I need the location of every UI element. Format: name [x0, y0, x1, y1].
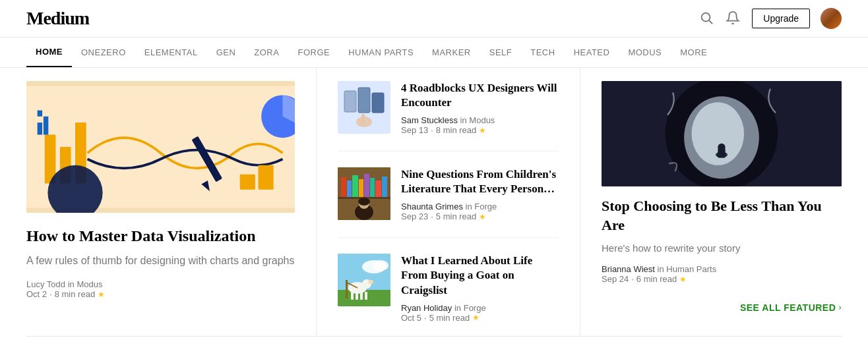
- feed-pub-3[interactable]: Forge: [464, 303, 486, 313]
- svg-point-34: [358, 198, 370, 206]
- feed-pub-1[interactable]: Modus: [469, 115, 495, 125]
- nav-item-zora[interactable]: ZORA: [245, 38, 288, 67]
- nav-item-more[interactable]: MORE: [671, 38, 716, 67]
- nav-item-onezero[interactable]: ONEZERO: [72, 38, 135, 67]
- nav-item-home[interactable]: HOME: [26, 38, 72, 67]
- feed-title-3[interactable]: What I Learned About Life From Buying a …: [401, 254, 559, 297]
- feed-star-2[interactable]: ★: [479, 212, 486, 221]
- avatar[interactable]: [821, 8, 842, 29]
- svg-rect-27: [364, 174, 369, 197]
- left-article-title[interactable]: How to Master Data Visualization: [26, 226, 295, 246]
- feed-content-3: What I Learned About Life From Buying a …: [401, 254, 559, 322]
- header: Medium Upgrade: [0, 0, 868, 38]
- right-article-title[interactable]: Stop Choosing to Be Less Than You Are: [602, 197, 842, 235]
- nav-item-gen[interactable]: GEN: [207, 38, 245, 67]
- svg-rect-54: [718, 149, 725, 158]
- feed-thumb-2: [338, 167, 390, 220]
- feed-content-2: Nine Questions From Children's Literatur…: [401, 167, 559, 221]
- feed-meta-2: Shaunta Grimes in Forge Sep 23 · 5 min r…: [401, 202, 559, 221]
- svg-rect-13: [259, 165, 274, 190]
- left-article-subtitle: A few rules of thumb for designing with …: [26, 253, 295, 269]
- hero-image[interactable]: [26, 81, 295, 213]
- svg-rect-28: [370, 178, 375, 197]
- right-star-icon[interactable]: ★: [679, 275, 687, 284]
- nav-item-tech[interactable]: TECH: [521, 38, 564, 67]
- svg-rect-43: [360, 292, 363, 300]
- right-pub[interactable]: Human Parts: [666, 264, 716, 274]
- left-column: How to Master Data Visualization A few r…: [26, 68, 317, 336]
- nav-item-modus[interactable]: MODUS: [619, 38, 671, 67]
- svg-rect-11: [38, 111, 42, 117]
- svg-rect-29: [375, 180, 381, 197]
- navigation: HOME ONEZERO ELEMENTAL GEN ZORA FORGE HU…: [0, 38, 868, 68]
- nav-item-self[interactable]: SELF: [480, 38, 522, 67]
- main-content: How to Master Data Visualization A few r…: [0, 68, 868, 336]
- feed-title-1[interactable]: 4 Roadblocks UX Designers Will Encounter: [401, 81, 559, 110]
- feed-thumb-3: [338, 254, 390, 306]
- svg-rect-14: [240, 175, 255, 190]
- feed-content-1: 4 Roadblocks UX Designers Will Encounter…: [401, 81, 559, 135]
- middle-column: 4 Roadblocks UX Designers Will Encounter…: [317, 68, 580, 336]
- bell-icon[interactable]: [726, 11, 741, 26]
- feed-star-1[interactable]: ★: [479, 126, 486, 135]
- svg-rect-42: [356, 292, 358, 300]
- svg-point-0: [702, 13, 710, 22]
- feed-author-3[interactable]: Ryan Holiday: [401, 303, 452, 313]
- feed-pub-2[interactable]: Forge: [474, 202, 497, 211]
- bookmark-star-icon[interactable]: ★: [98, 290, 105, 299]
- see-all-featured-section: SEE ALL FEATURED ›: [602, 302, 842, 313]
- bottom-divider: [26, 336, 842, 337]
- nav-item-heated[interactable]: HEATED: [565, 38, 619, 67]
- feed-meta-1: Sam Stuckless in Modus Sep 13 · 8 min re…: [401, 115, 559, 135]
- right-hero-image[interactable]: [602, 81, 842, 186]
- feed-star-3[interactable]: ★: [472, 313, 480, 322]
- upgrade-button[interactable]: Upgrade: [752, 9, 810, 28]
- svg-rect-23: [341, 177, 346, 197]
- svg-rect-20: [361, 114, 365, 125]
- see-all-featured-link[interactable]: SEE ALL FEATURED: [740, 302, 836, 313]
- left-article-meta: Oct 2 · 8 min read ★: [26, 289, 295, 299]
- svg-rect-41: [351, 292, 354, 300]
- nav-item-marker[interactable]: MARKER: [423, 38, 480, 67]
- svg-line-1: [709, 20, 712, 24]
- nav-item-human-parts[interactable]: HUMAN PARTS: [339, 38, 423, 67]
- feed-item-2[interactable]: Nine Questions From Children's Literatur…: [338, 167, 559, 238]
- svg-rect-25: [352, 175, 358, 197]
- chevron-right-icon: ›: [838, 302, 842, 313]
- left-date: Oct 2: [26, 289, 47, 299]
- feed-meta-3: Ryan Holiday in Forge Oct 5 · 5 min read…: [401, 303, 559, 323]
- svg-rect-10: [38, 123, 42, 135]
- left-read-time: 8 min read: [55, 289, 95, 299]
- right-author[interactable]: Brianna Wiest: [602, 264, 655, 274]
- left-author[interactable]: Lucy Todd in Modus: [26, 279, 102, 289]
- left-article-author-line: Lucy Todd in Modus: [26, 279, 295, 289]
- right-article-subtitle: Here's how to rewrite your story: [602, 241, 842, 255]
- feed-author-2[interactable]: Shaunta Grimes: [401, 202, 463, 211]
- feed-thumb-1: [338, 81, 390, 134]
- right-article-author-line: Brianna Wiest in Human Parts Sep 24 · 6 …: [602, 264, 842, 284]
- svg-rect-17: [358, 88, 370, 113]
- header-right: Upgrade: [699, 8, 842, 29]
- feed-title-2[interactable]: Nine Questions From Children's Literatur…: [401, 167, 559, 196]
- feed-author-1[interactable]: Sam Stuckless: [401, 115, 458, 125]
- svg-rect-30: [382, 177, 387, 197]
- svg-point-37: [373, 260, 388, 271]
- svg-rect-18: [372, 93, 384, 113]
- right-column: Stop Choosing to Be Less Than You Are He…: [580, 68, 842, 336]
- svg-rect-12: [44, 117, 48, 135]
- svg-point-45: [368, 280, 373, 284]
- nav-item-elemental[interactable]: ELEMENTAL: [135, 38, 207, 67]
- svg-rect-24: [347, 180, 352, 197]
- svg-rect-44: [365, 292, 367, 300]
- logo[interactable]: Medium: [26, 8, 89, 29]
- svg-rect-16: [344, 91, 356, 112]
- nav-item-forge[interactable]: FORGE: [288, 38, 339, 67]
- feed-item-1[interactable]: 4 Roadblocks UX Designers Will Encounter…: [338, 81, 559, 152]
- search-icon[interactable]: [699, 11, 715, 26]
- feed-item-3[interactable]: What I Learned About Life From Buying a …: [338, 254, 559, 322]
- svg-rect-26: [359, 179, 363, 197]
